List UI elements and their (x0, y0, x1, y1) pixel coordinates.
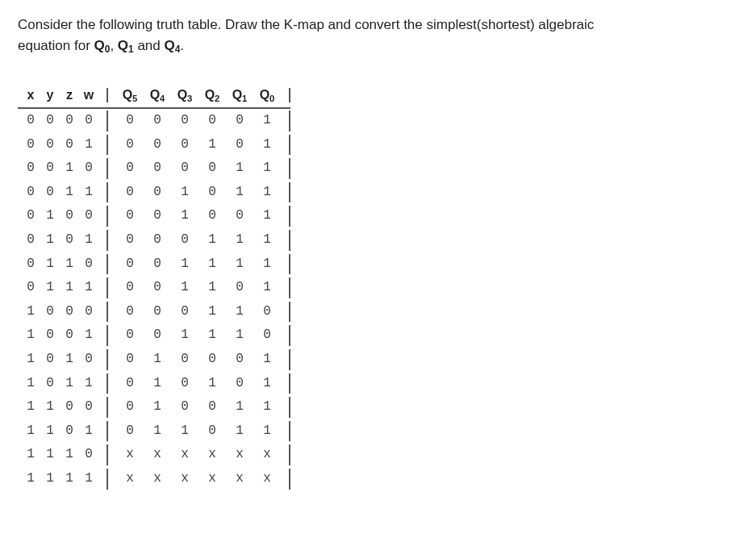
table-row: 0110001111 (18, 252, 290, 277)
input-cell: 0 (21, 158, 40, 179)
input-cell: 0 (79, 111, 98, 131)
instruction-end: . (180, 38, 184, 53)
input-cell: 0 (60, 397, 79, 418)
output-cell: 0 (116, 421, 144, 442)
output-cell: 1 (144, 421, 171, 442)
row-inputs: 1110 (18, 444, 108, 465)
output-cell: 0 (144, 111, 171, 131)
row-inputs: 0011 (18, 182, 108, 203)
output-cell: 0 (226, 111, 253, 131)
row-outputs: 000111 (108, 230, 290, 251)
input-cell: 1 (60, 349, 79, 370)
input-cell: 0 (60, 230, 79, 251)
output-cell: 0 (171, 111, 198, 131)
input-cell: 0 (40, 111, 60, 131)
input-cell: 1 (79, 373, 98, 394)
table-row: 0100001001 (18, 204, 290, 228)
row-outputs: 000110 (108, 302, 290, 323)
output-cell: x (226, 469, 253, 490)
output-cell: 0 (116, 349, 144, 370)
output-cell: 0 (226, 349, 253, 370)
row-outputs: xxxxxx (108, 469, 290, 490)
output-cell: 1 (253, 397, 281, 418)
output-cell: 0 (144, 158, 171, 179)
header-input-w: w (79, 88, 98, 102)
output-cell: 0 (144, 325, 171, 346)
row-outputs: 001111 (108, 254, 290, 275)
header-output-q0: Q0 (253, 88, 281, 102)
table-row: 0000000001 (18, 109, 290, 133)
input-cell: 1 (79, 182, 98, 203)
output-cell: x (171, 444, 198, 465)
output-cell: x (253, 444, 281, 465)
output-cell: 1 (253, 135, 281, 156)
row-outputs: 000101 (108, 135, 290, 156)
input-cell: 1 (21, 421, 40, 442)
output-cell: 1 (253, 158, 281, 179)
table-row: 1000000110 (18, 300, 290, 324)
input-cell: 1 (21, 444, 40, 465)
row-outputs: 001001 (108, 206, 290, 227)
row-outputs: 010101 (108, 373, 290, 394)
row-inputs: 0110 (18, 254, 108, 275)
row-inputs: 0101 (18, 230, 108, 251)
output-cell: 1 (171, 277, 198, 298)
output-cell: x (116, 444, 144, 465)
input-cell: 0 (40, 325, 60, 346)
output-cell: 1 (226, 397, 253, 418)
input-cell: 1 (21, 397, 40, 418)
output-cell: 0 (116, 373, 144, 394)
output-cell: 1 (226, 158, 253, 179)
input-cell: 1 (40, 444, 60, 465)
output-cell: 1 (144, 373, 171, 394)
input-cell: 0 (79, 444, 98, 465)
input-cell: 1 (21, 325, 40, 346)
row-outputs: 010011 (108, 397, 290, 418)
output-cell: 1 (171, 182, 198, 203)
table-row: 1010010001 (18, 348, 290, 372)
q4-sym: Q (165, 38, 175, 53)
output-cell: 1 (226, 325, 253, 346)
output-cell: 0 (198, 421, 226, 442)
output-cell: 1 (253, 254, 281, 275)
output-cell: 1 (198, 230, 226, 251)
input-cell: 0 (40, 302, 60, 323)
input-cell: 1 (60, 277, 79, 298)
output-cell: 1 (253, 111, 281, 131)
output-cell: 1 (226, 302, 253, 323)
input-cell: 0 (79, 397, 98, 418)
output-cell: 0 (171, 158, 198, 179)
q1-sym: Q (118, 38, 128, 53)
output-cell: 0 (116, 397, 144, 418)
input-cell: 1 (21, 373, 40, 394)
row-outputs: 000011 (108, 158, 290, 179)
row-outputs: 001011 (108, 182, 290, 203)
output-cell: 0 (171, 373, 198, 394)
output-cell: 0 (144, 182, 171, 203)
header-output-q5: Q5 (116, 88, 144, 102)
row-inputs: 1111 (18, 469, 108, 490)
output-cell: x (253, 469, 281, 490)
header-output-q3: Q3 (171, 88, 198, 102)
output-cell: 0 (116, 254, 144, 275)
output-cell: 0 (171, 135, 198, 156)
truth-table: x y z w Q5 Q4 Q3 Q2 Q1 Q0 00000000010001… (18, 88, 290, 491)
row-inputs: 1001 (18, 325, 108, 346)
output-cell: 0 (226, 206, 253, 227)
row-inputs: 0001 (18, 135, 108, 156)
output-cell: 0 (171, 302, 198, 323)
q4-sub: 4 (175, 44, 181, 55)
output-cell: 0 (198, 206, 226, 227)
input-cell: 0 (21, 111, 40, 131)
output-cell: 0 (198, 397, 226, 418)
output-cell: 1 (198, 277, 226, 298)
input-cell: 0 (21, 277, 40, 298)
output-cell: 1 (253, 206, 281, 227)
output-cell: x (171, 469, 198, 490)
output-cell: 1 (144, 397, 171, 418)
row-inputs: 0111 (18, 277, 108, 298)
input-cell: 0 (79, 206, 98, 227)
input-cell: 0 (79, 158, 98, 179)
q0-sym: Q (94, 38, 105, 53)
row-outputs: 000001 (108, 111, 290, 131)
